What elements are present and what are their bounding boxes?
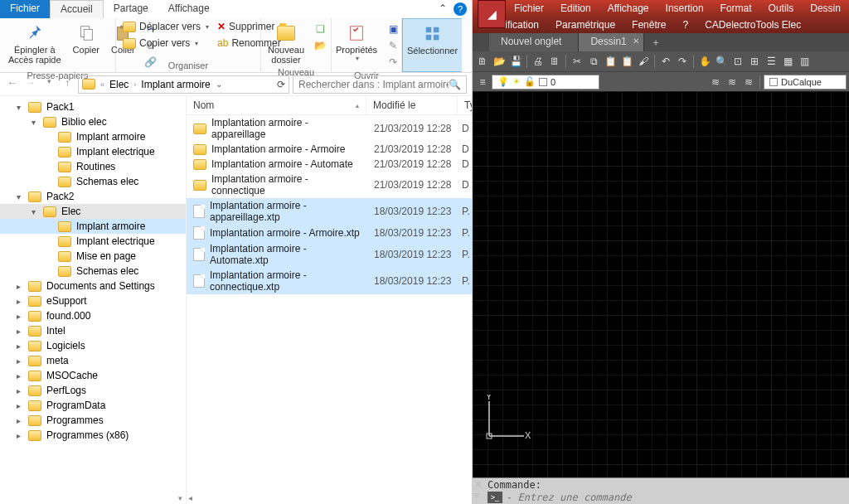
search-input[interactable]: [298, 79, 449, 90]
layer-off-icon[interactable]: ≋: [741, 75, 756, 90]
file-row[interactable]: Implantation armoire - Armoire21/03/2019…: [187, 142, 472, 157]
pan-icon[interactable]: ✋: [697, 54, 712, 69]
expand-icon[interactable]: ▸: [13, 282, 23, 291]
tool-icon[interactable]: ▥: [797, 54, 812, 69]
tree-item[interactable]: ▾Pack1: [0, 99, 186, 114]
expand-icon[interactable]: ▾: [28, 118, 38, 127]
column-name[interactable]: Nom ▴: [187, 96, 366, 114]
file-row[interactable]: Implantation armoire - connectique21/03/…: [187, 172, 472, 198]
file-list-header[interactable]: Nom ▴ Modifié le Ty: [187, 96, 472, 115]
tree-item[interactable]: ▸Logiciels: [0, 338, 186, 353]
tree-item[interactable]: ▸Programmes (x86): [0, 428, 186, 443]
folder-tree[interactable]: ▾Pack1▾Biblio elecImplant armoireImplant…: [0, 96, 187, 504]
history-icon[interactable]: ↷: [386, 55, 400, 70]
new-file-icon[interactable]: 🗎: [475, 54, 490, 69]
expand-icon[interactable]: ▸: [13, 356, 23, 366]
redo-icon[interactable]: ↷: [675, 54, 690, 69]
file-row[interactable]: Implantation armoire - Automate21/03/201…: [187, 157, 472, 172]
address-dropdown-icon[interactable]: ⌄: [216, 80, 222, 89]
tab-home[interactable]: Accueil: [50, 0, 104, 18]
breadcrumb-segment[interactable]: Elec: [109, 79, 129, 90]
layer-dropdown[interactable]: 💡 ☀ 🔓 0: [492, 75, 599, 90]
cad-menu-item[interactable]: Dessin: [802, 1, 849, 16]
scroll-down-icon[interactable]: ▾: [178, 494, 182, 502]
tree-item[interactable]: Schemas elec: [0, 174, 186, 189]
tree-item[interactable]: ▾Elec: [0, 204, 186, 219]
expand-icon[interactable]: ▸: [13, 312, 23, 321]
easy-access-icon[interactable]: 📂: [313, 38, 327, 53]
paste-icon[interactable]: 📋: [619, 54, 634, 69]
tree-item[interactable]: ▾Pack2: [0, 189, 186, 204]
tab-file[interactable]: Fichier: [0, 0, 50, 18]
search-icon[interactable]: 🔍: [449, 79, 461, 90]
cad-menu-item[interactable]: Format: [712, 1, 760, 16]
cad-menu-item[interactable]: Fenêtre: [623, 17, 674, 32]
search-box[interactable]: 🔍: [293, 75, 467, 94]
copy-button[interactable]: Copier: [70, 20, 103, 56]
cad-drawing-canvas[interactable]: Y X: [473, 91, 849, 477]
file-row[interactable]: Implantation armoire - connectique.xtp18…: [187, 268, 472, 294]
expand-icon[interactable]: ▸: [13, 297, 23, 306]
zoom-prev-icon[interactable]: ⊞: [747, 54, 762, 69]
tree-item[interactable]: ▸ProgramData: [0, 398, 186, 413]
nav-forward-button[interactable]: →: [23, 77, 38, 92]
layer-state-icon[interactable]: ≋: [725, 75, 740, 90]
expand-icon[interactable]: ▸: [13, 371, 23, 380]
layer-prev-icon[interactable]: ≋: [708, 75, 723, 90]
nav-back-button[interactable]: ←: [5, 77, 20, 92]
save-icon[interactable]: 💾: [508, 54, 523, 69]
tab-share[interactable]: Partage: [104, 0, 158, 18]
select-all-button[interactable]: Sélectionner: [404, 21, 461, 57]
file-row[interactable]: Implantation armoire - Automate.xtp18/03…: [187, 241, 472, 268]
open-file-icon[interactable]: 📂: [492, 54, 507, 69]
properties-icon[interactable]: ☰: [764, 54, 779, 69]
expand-icon[interactable]: ▸: [13, 327, 23, 336]
column-modified[interactable]: Modifié le: [366, 96, 458, 114]
copy-to-button[interactable]: Copier vers▾: [121, 36, 211, 50]
properties-button[interactable]: Propriétés ▾: [332, 20, 381, 64]
column-type[interactable]: Ty: [458, 96, 472, 114]
tool-icon[interactable]: ▦: [780, 54, 795, 69]
copy-icon[interactable]: ⧉: [586, 54, 601, 69]
tree-item[interactable]: Implant armoire: [0, 129, 186, 144]
layer-manager-icon[interactable]: ≡: [475, 75, 490, 90]
cad-menu-item[interactable]: Fichier: [506, 1, 552, 16]
cad-menu-item[interactable]: CADelectroTools Elec: [696, 17, 809, 32]
ribbon-minimize-icon[interactable]: ⌃: [434, 0, 452, 18]
chevron-left-icon[interactable]: «: [100, 80, 104, 89]
expand-icon[interactable]: ▸: [13, 342, 23, 351]
close-icon[interactable]: ✕: [633, 36, 639, 46]
tree-item[interactable]: ▸eSupport: [0, 293, 186, 308]
tree-item[interactable]: Implant electrique: [0, 234, 186, 249]
tree-item[interactable]: Implant electrique: [0, 144, 186, 159]
command-input[interactable]: [506, 492, 846, 503]
cad-menu-item[interactable]: Affichage: [599, 1, 657, 16]
expand-icon[interactable]: ▸: [13, 386, 23, 395]
tree-item[interactable]: ▸Documents and Settings: [0, 279, 186, 293]
tree-item[interactable]: Schemas elec: [0, 264, 186, 279]
new-item-icon[interactable]: ❏: [313, 22, 327, 36]
scroll-left-icon[interactable]: ◂: [188, 493, 192, 502]
undo-icon[interactable]: ↶: [658, 54, 673, 69]
tree-item[interactable]: ▸PerfLogs: [0, 383, 186, 398]
cad-menu-item[interactable]: ?: [674, 17, 696, 32]
file-row[interactable]: Implantation armoire - appareillage21/03…: [187, 115, 472, 142]
expand-icon[interactable]: ▾: [13, 103, 23, 112]
edit-icon[interactable]: ✎: [386, 38, 400, 53]
breadcrumb-segment[interactable]: Implant armoire: [141, 79, 210, 90]
tree-item[interactable]: ▸meta: [0, 353, 186, 368]
expand-icon[interactable]: ▸: [13, 416, 23, 425]
pin-quick-access-button[interactable]: Épingler à Accès rapide: [5, 20, 65, 66]
tree-item[interactable]: ▾Biblio elec: [0, 114, 186, 129]
expand-icon[interactable]: ▾: [28, 207, 38, 216]
tree-item[interactable]: Mise en page: [0, 249, 186, 264]
tree-item[interactable]: ▸MSOCache: [0, 368, 186, 383]
tree-item[interactable]: Implant armoire: [0, 219, 186, 234]
paste-icon[interactable]: 📋: [603, 54, 618, 69]
help-icon[interactable]: ?: [454, 2, 467, 16]
expand-icon[interactable]: ▸: [13, 431, 23, 440]
open-icon[interactable]: ▣: [386, 22, 400, 36]
cad-menu-item[interactable]: Insertion: [657, 1, 712, 16]
tree-item[interactable]: ▸found.000: [0, 308, 186, 323]
file-row[interactable]: Implantation armoire - appareillage.xtp1…: [187, 198, 472, 225]
